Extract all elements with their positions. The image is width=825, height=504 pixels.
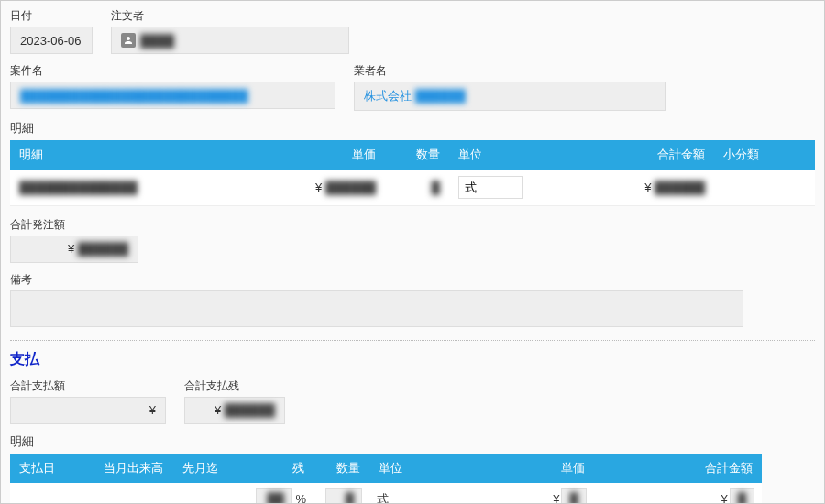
detail-table: 明細 単価 数量 単位 合計金額 小分類 ██████████████ ¥ ██… <box>10 140 815 206</box>
remarks-label: 備考 <box>10 272 815 288</box>
total-order-value: ██████ <box>78 242 128 256</box>
vendor-value-box: 株式会社 ██████ <box>354 82 666 111</box>
th-unit-price: 単価 <box>230 140 386 170</box>
cell-last-month <box>173 483 238 504</box>
date-label: 日付 <box>10 8 93 24</box>
cell-pay-date <box>10 483 94 504</box>
vendor-link[interactable]: 株式会社 ██████ <box>364 88 466 104</box>
cell-pay-qty: █ <box>314 483 369 504</box>
header-row: 日付 2023-06-06 注文者 ████ <box>10 8 815 54</box>
total-order-label: 合計発注額 <box>10 217 138 233</box>
pay-total-box: █ <box>730 488 754 504</box>
table-row: ██████████████ ¥ ██████ █ ¥ ██████ <box>10 170 815 206</box>
vendor-field: 業者名 株式会社 ██████ <box>354 63 666 111</box>
total-remaining-value: ██████ <box>225 403 275 417</box>
detail-section-label: 明細 <box>10 120 815 137</box>
th-qty: 数量 <box>385 140 449 170</box>
cell-unit <box>449 170 532 206</box>
total-paid-label: 合計支払額 <box>10 378 166 394</box>
total-order-row: 合計発注額 ¥ ██████ <box>10 217 815 263</box>
payment-table: 支払日 当月出来高 先月迄 残 数量 単位 単価 合計金額 ██ % <box>10 454 762 504</box>
pay-qty-box: █ <box>325 488 362 504</box>
th-remain: 残 <box>239 454 314 483</box>
orderer-name: ████ <box>140 34 174 48</box>
detail-name-value: ██████████████ <box>19 181 138 194</box>
total-remaining-label: 合計支払残 <box>184 378 285 394</box>
th-pay-total: 合計金額 <box>594 454 762 483</box>
th-pay-date: 支払日 <box>10 454 94 483</box>
pay-total-value: █ <box>738 492 746 504</box>
th-pay-unit: 単位 <box>369 454 444 483</box>
cell-unit-price: ¥ ██████ <box>230 170 386 206</box>
orderer-field: 注文者 ████ <box>111 8 349 54</box>
pay-qty-value: █ <box>346 492 354 504</box>
project-value-box: ███████████████████████████ <box>10 82 336 109</box>
vendor-prefix: 株式会社 <box>364 89 412 103</box>
total-order-field: 合計発注額 ¥ ██████ <box>10 217 138 263</box>
cell-this-month <box>94 483 174 504</box>
vendor-name-blur: ██████ <box>415 89 466 103</box>
total-order-box: ¥ ██████ <box>10 236 138 263</box>
cell-pay-total: ¥ █ <box>594 483 762 504</box>
qty-value: █ <box>432 181 440 194</box>
th-unit: 単位 <box>449 140 532 170</box>
cell-remain: ██ % <box>239 483 314 504</box>
th-last-month: 先月迄 <box>173 454 238 483</box>
total-paid-box: ¥ <box>10 397 166 424</box>
cell-subcat <box>714 170 815 206</box>
date-value-box: 2023-06-06 <box>10 27 93 54</box>
cell-name: ██████████████ <box>10 170 230 206</box>
cell-pay-unit-price: ¥ █ <box>445 483 594 504</box>
section-divider <box>10 340 815 341</box>
cell-qty: █ <box>385 170 449 206</box>
total-paid-field: 合計支払額 ¥ <box>10 378 166 424</box>
total-remaining-field: 合計支払残 ¥ ██████ <box>184 378 285 424</box>
pay-header-row: 支払日 当月出来高 先月迄 残 数量 単位 単価 合計金額 <box>10 454 762 483</box>
pay-unit-price-box: █ <box>561 488 586 504</box>
total-remaining-box: ¥ ██████ <box>184 397 285 424</box>
payment-section-title: 支払 <box>10 350 815 369</box>
remain-value-box: ██ <box>256 488 292 504</box>
unit-input[interactable] <box>458 176 522 199</box>
remarks-field: 備考 <box>10 272 815 327</box>
order-detail-page: 日付 2023-06-06 注文者 ████ 案件名 █████████████… <box>0 0 825 504</box>
project-label: 案件名 <box>10 63 336 79</box>
total-value: ██████ <box>654 181 705 194</box>
th-total: 合計金額 <box>532 140 714 170</box>
yen-symbol: ¥ <box>553 492 559 504</box>
yen-symbol: ¥ <box>315 181 322 194</box>
th-pay-unit-price: 単価 <box>445 454 594 483</box>
remarks-box <box>10 290 743 327</box>
pay-detail-label: 明細 <box>10 433 815 450</box>
table-row: ██ % █ 式 ¥ █ <box>10 483 762 504</box>
date-value: 2023-06-06 <box>20 34 82 48</box>
vendor-label: 業者名 <box>354 63 666 79</box>
date-field: 日付 2023-06-06 <box>10 8 93 54</box>
remain-value: ██ <box>267 492 283 504</box>
th-pay-qty: 数量 <box>314 454 369 483</box>
names-row: 案件名 ███████████████████████████ 業者名 株式会社… <box>10 63 815 111</box>
detail-header-row: 明細 単価 数量 単位 合計金額 小分類 <box>10 140 815 170</box>
yen-symbol: ¥ <box>68 242 74 256</box>
th-this-month: 当月出来高 <box>94 454 174 483</box>
th-subcat: 小分類 <box>714 140 815 170</box>
yen-symbol: ¥ <box>214 403 221 417</box>
yen-symbol: ¥ <box>721 492 728 504</box>
project-link[interactable]: ███████████████████████████ <box>20 89 248 103</box>
project-field: 案件名 ███████████████████████████ <box>10 63 336 111</box>
person-icon <box>121 33 136 48</box>
pay-unit-price-value: █ <box>569 492 578 504</box>
unit-price-value: ██████ <box>325 181 376 194</box>
yen-symbol: ¥ <box>644 181 651 194</box>
cell-total: ¥ ██████ <box>532 170 714 206</box>
percent-symbol: % <box>295 492 306 504</box>
orderer-label: 注文者 <box>111 8 349 24</box>
yen-symbol: ¥ <box>149 403 156 417</box>
th-name: 明細 <box>10 140 230 170</box>
payment-totals-row: 合計支払額 ¥ 合計支払残 ¥ ██████ <box>10 378 815 424</box>
orderer-value-box: ████ <box>111 27 349 54</box>
cell-pay-unit: 式 <box>369 483 444 504</box>
